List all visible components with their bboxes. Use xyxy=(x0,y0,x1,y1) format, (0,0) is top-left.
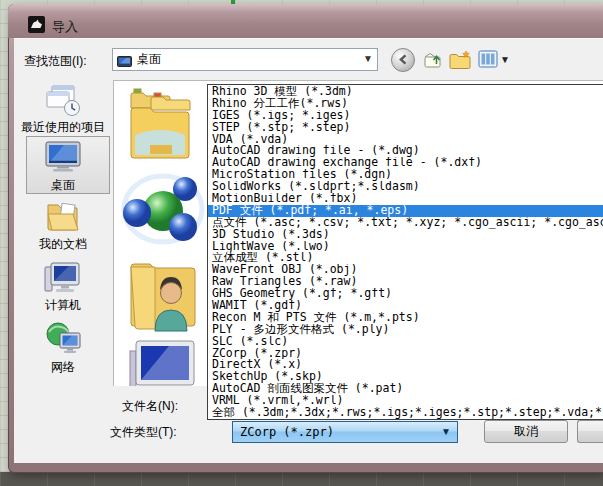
filetype-option[interactable]: SLC (*.slc) xyxy=(208,336,603,348)
back-arrow-icon xyxy=(398,51,409,69)
filetype-label: 文件类型(T): xyxy=(110,424,177,441)
views-button[interactable] xyxy=(478,50,500,70)
filetype-option[interactable]: ZCorp (*.zpr) xyxy=(208,348,603,360)
filetype-option[interactable]: Recon M 和 PTS 文件 (*.m,*.pts) xyxy=(208,312,603,324)
filename-label: 文件名(N): xyxy=(122,398,178,415)
app-viewport-background: 导入 查找范围(I): 桌面 ▼ xyxy=(0,0,603,486)
computer-icon[interactable] xyxy=(44,261,82,298)
my-documents-icon[interactable] xyxy=(46,199,81,237)
dialog-titlebar[interactable]: 导入 xyxy=(8,4,603,38)
filetype-option[interactable]: WaveFront OBJ (*.obj) xyxy=(208,264,603,276)
filetype-option[interactable]: STEP (*.stp; *.step) xyxy=(208,122,603,134)
filetype-option[interactable]: MicroStation files (*.dgn) xyxy=(208,169,603,181)
sidebar-item-network[interactable]: 网络 xyxy=(15,359,111,376)
look-in-value: 桌面 xyxy=(137,51,161,68)
filetype-option[interactable]: Raw Triangles (*.raw) xyxy=(208,276,603,288)
filetype-option[interactable]: SketchUp (*.skp) xyxy=(208,371,603,383)
rhino-logo-icon xyxy=(28,16,45,33)
filetype-option[interactable]: 3D Studio (*.3ds) xyxy=(208,229,603,241)
back-button[interactable] xyxy=(391,48,415,72)
filetype-option[interactable]: MotionBuilder (*.fbx) xyxy=(208,193,603,205)
sidebar-item-documents[interactable]: 我的文档 xyxy=(15,236,111,253)
filetype-option[interactable]: WAMIT (*.gdf) xyxy=(208,300,603,312)
filetype-option[interactable]: VDA (*.vda) xyxy=(208,134,603,146)
filetype-option[interactable]: 点文件 (*.asc; *.csv; *.txt; *.xyz; *.cgo_a… xyxy=(208,217,603,229)
folder-stack-icon[interactable] xyxy=(125,87,197,167)
chevron-down-icon[interactable]: ▼ xyxy=(441,426,451,437)
filetype-option[interactable]: DirectX (*.x) xyxy=(208,359,603,371)
dialog-title: 导入 xyxy=(52,18,78,36)
filetype-option[interactable]: SolidWorks (*.sldprt;*.sldasm) xyxy=(208,181,603,193)
filetype-option[interactable]: AutoCAD drawing exchange file - (*.dxf) xyxy=(208,157,603,169)
network-icon[interactable] xyxy=(45,321,82,358)
filetype-option[interactable]: 全部 (*.3dm;*.3dx;*.rws;*.igs;*.iges;*.stp… xyxy=(208,407,603,419)
filetype-option[interactable]: AutoCAD drawing file - (*.dwg) xyxy=(208,145,603,157)
sidebar-item-recent[interactable]: 最近使用的项目 xyxy=(15,119,111,136)
filetype-option[interactable]: PLY - 多边形文件格式 (*.ply) xyxy=(208,324,603,336)
filetype-value: ZCorp (*.zpr) xyxy=(240,425,334,439)
filetype-dropdown-list[interactable]: Rhino 3D 模型 (*.3dm)Rhino 分工工作(*.rws)IGES… xyxy=(207,84,603,420)
look-in-combobox[interactable]: 桌面 ▼ xyxy=(112,48,378,71)
views-menu-caret-icon[interactable]: ▼ xyxy=(500,54,510,65)
sidebar-item-computer[interactable]: 计算机 xyxy=(15,297,111,314)
filetype-option[interactable]: AutoCAD 剖面线图案文件 (*.pat) xyxy=(208,383,603,395)
viewport-dark-strip xyxy=(0,472,603,486)
filetype-option[interactable]: IGES (*.igs; *.iges) xyxy=(208,110,603,122)
open-button-clipped[interactable] xyxy=(577,420,603,443)
filetype-option[interactable]: Rhino 分工工作(*.rws) xyxy=(208,98,603,110)
new-folder-button[interactable] xyxy=(449,50,471,70)
filetype-combobox[interactable]: ZCorp (*.zpr) ▼ xyxy=(232,421,458,443)
user-folder-icon[interactable] xyxy=(127,257,199,337)
spheres-3d-icon[interactable] xyxy=(121,169,205,253)
filetype-option[interactable]: Rhino 3D 模型 (*.3dm) xyxy=(208,86,603,98)
filetype-option[interactable]: 立体成型 (*.stl) xyxy=(208,252,603,264)
filetype-option[interactable]: GHS Geometry (*.gf; *.gft) xyxy=(208,288,603,300)
desktop-icon[interactable] xyxy=(43,141,83,176)
look-in-label: 查找范围(I): xyxy=(24,53,87,70)
sidebar-item-desktop[interactable]: 桌面 xyxy=(15,177,111,194)
cancel-button[interactable]: 取消 xyxy=(484,420,568,443)
filetype-option[interactable]: PDF 文件 (*.pdf; *.ai, *.eps) xyxy=(208,205,603,217)
filetype-option[interactable]: LightWave (*.lwo) xyxy=(208,241,603,253)
recent-items-icon[interactable] xyxy=(45,84,81,121)
monitor-icon[interactable] xyxy=(129,339,199,386)
up-one-level-button[interactable] xyxy=(423,50,445,70)
filetype-option[interactable]: VRML (*.vrml,*.wrl) xyxy=(208,395,603,407)
chevron-down-icon[interactable]: ▼ xyxy=(363,53,373,64)
desktop-mini-icon xyxy=(117,54,132,66)
